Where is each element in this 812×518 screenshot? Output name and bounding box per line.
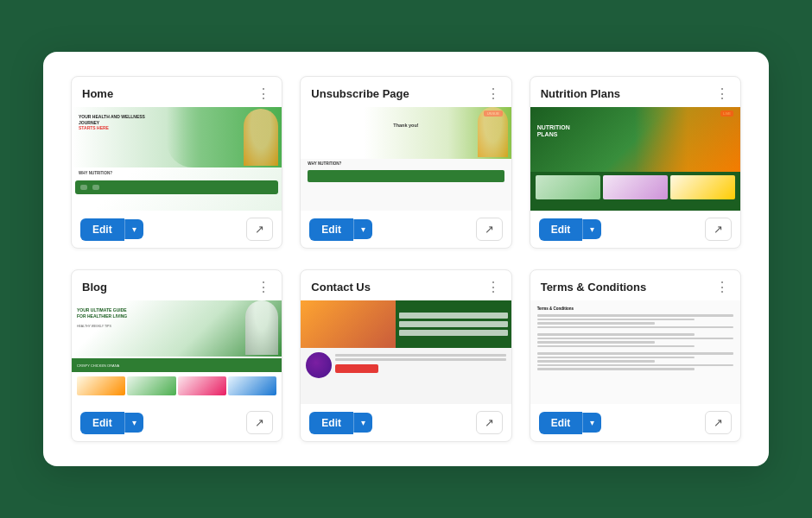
edit-dropdown-contact[interactable] — [353, 413, 372, 433]
more-menu-unsubscribe[interactable]: ⋮ — [486, 85, 501, 102]
home-footer-bar — [75, 180, 278, 194]
page-card-footer-blog: Edit — [72, 404, 282, 441]
external-link-icon-home — [255, 223, 264, 236]
edit-dropdown-nutrition[interactable] — [582, 219, 601, 239]
page-card-header-unsubscribe: Unsubscribe Page ⋮ — [301, 77, 511, 107]
page-card-home: Home ⋮ YOUR HEALTH AND WELLNESSJOURNEYST… — [71, 76, 282, 249]
home-sub-section: WHY NUTRITION? — [72, 167, 282, 179]
external-link-blog[interactable] — [246, 411, 273, 434]
more-menu-blog[interactable]: ⋮ — [257, 279, 271, 295]
page-title-home: Home — [82, 87, 113, 100]
edit-btn-group-home: Edit — [80, 218, 143, 241]
external-link-contact[interactable] — [476, 411, 503, 434]
thumbnail-unsubscribe: UNSUB Thank you! WHY NUTRITION? — [301, 107, 511, 211]
edit-button-home[interactable]: Edit — [80, 218, 124, 241]
external-link-icon-unsubscribe — [485, 223, 494, 236]
page-title-terms: Terms & Conditions — [541, 281, 647, 294]
edit-button-nutrition[interactable]: Edit — [539, 218, 583, 241]
page-card-header-contact: Contact Us ⋮ — [301, 270, 511, 300]
external-link-home[interactable] — [246, 218, 273, 241]
nutrition-grid — [530, 172, 740, 203]
contact-hero — [301, 300, 511, 348]
blog-author-img — [245, 300, 278, 355]
edit-dropdown-terms[interactable] — [582, 413, 601, 433]
home-footer-dot-1 — [80, 185, 87, 190]
terms-line-1 — [537, 314, 733, 317]
edit-btn-group-unsubscribe: Edit — [309, 218, 372, 241]
edit-btn-group-nutrition: Edit — [539, 218, 602, 241]
contact-berry-img — [306, 352, 332, 378]
edit-button-terms[interactable]: Edit — [539, 412, 583, 434]
external-link-icon-blog — [255, 416, 264, 429]
terms-line-8 — [537, 345, 695, 348]
contact-lower-section — [301, 348, 511, 382]
external-link-icon-nutrition — [714, 223, 723, 236]
edit-dropdown-unsubscribe[interactable] — [353, 219, 372, 239]
nutrition-card-3 — [670, 175, 735, 199]
more-menu-nutrition[interactable]: ⋮ — [715, 85, 730, 102]
terms-line-6 — [537, 338, 733, 340]
home-hero-person — [244, 109, 278, 166]
external-link-nutrition[interactable] — [705, 218, 732, 241]
contact-text-line-2 — [335, 358, 505, 361]
blog-img-4 — [228, 376, 276, 395]
page-title-blog: Blog — [82, 281, 107, 294]
edit-button-blog[interactable]: Edit — [80, 412, 124, 434]
nutrition-hero-img — [635, 107, 740, 172]
blog-hero: YOUR ULTIMATE GUIDEFOR HEALTHIER LIVING … — [72, 300, 282, 357]
nutrition-title: NUTRITIONPLANS — [537, 124, 570, 139]
chevron-down-icon-nutrition — [590, 224, 594, 234]
page-card-header-terms: Terms & Conditions ⋮ — [530, 270, 740, 300]
blog-img-3 — [178, 376, 226, 395]
thumbnail-blog: YOUR ULTIMATE GUIDEFOR HEALTHIER LIVING … — [72, 300, 282, 404]
edit-button-contact[interactable]: Edit — [309, 412, 353, 434]
contact-input-1 — [399, 313, 508, 319]
page-title-contact: Contact Us — [311, 281, 371, 294]
thumbnail-terms: Terms & Conditions — [530, 300, 740, 404]
blog-img-1 — [77, 376, 125, 395]
terms-line-2 — [537, 319, 695, 321]
unsub-person — [478, 107, 508, 157]
terms-line-3 — [537, 322, 655, 325]
terms-line-4 — [537, 326, 733, 329]
unsub-thankyou: Thank you! — [393, 123, 418, 128]
more-menu-terms[interactable]: ⋮ — [715, 279, 730, 295]
terms-line-9 — [537, 352, 733, 355]
page-card-footer-home: Edit — [72, 211, 282, 248]
thumbnail-nutrition: LIVE NUTRITIONPLANS — [530, 107, 740, 211]
blog-hero-sub: HEALTHY WEEKLY TIPS — [77, 325, 111, 328]
nutrition-card-1 — [536, 175, 600, 199]
contact-hero-img — [301, 300, 395, 348]
unsub-why: WHY NUTRITION? — [301, 159, 511, 168]
page-title-nutrition: Nutrition Plans — [541, 87, 620, 100]
more-menu-home[interactable]: ⋮ — [257, 85, 271, 102]
more-menu-contact[interactable]: ⋮ — [486, 279, 501, 295]
main-card: Home ⋮ YOUR HEALTH AND WELLNESSJOURNEYST… — [43, 52, 769, 466]
terms-section-3 — [537, 352, 733, 372]
contact-form-area — [396, 300, 511, 348]
edit-dropdown-blog[interactable] — [124, 413, 143, 433]
external-link-unsubscribe[interactable] — [476, 218, 503, 241]
chevron-down-icon-contact — [361, 418, 365, 427]
page-card-terms: Terms & Conditions ⋮ Terms & Conditions — [530, 269, 741, 442]
edit-dropdown-home[interactable] — [124, 219, 143, 239]
page-card-contact: Contact Us ⋮ — [300, 269, 511, 442]
external-link-icon-terms — [714, 416, 723, 429]
contact-input-2 — [399, 321, 508, 327]
page-card-footer-nutrition: Edit — [530, 211, 740, 248]
home-hero: YOUR HEALTH AND WELLNESSJOURNEYSTARTS HE… — [72, 107, 282, 167]
edit-button-unsubscribe[interactable]: Edit — [309, 218, 353, 241]
home-hero-text: YOUR HEALTH AND WELLNESSJOURNEYSTARTS HE… — [79, 114, 145, 131]
external-link-terms[interactable] — [705, 411, 732, 434]
chevron-down-icon-home — [132, 224, 136, 234]
home-footer-dot-2 — [92, 185, 99, 190]
page-card-unsubscribe: Unsubscribe Page ⋮ UNSUB Thank you! WHY … — [300, 76, 511, 249]
blog-footer-bar: CRISPY CHICKEN ORANA — [72, 358, 282, 372]
pages-grid: Home ⋮ YOUR HEALTH AND WELLNESSJOURNEYST… — [71, 76, 741, 442]
contact-input-3 — [399, 330, 508, 336]
blog-footer-text: CRISPY CHICKEN ORANA — [77, 363, 119, 368]
page-card-nutrition: Nutrition Plans ⋮ LIVE NUTRITIONPLANS Ed… — [530, 76, 741, 249]
page-card-blog: Blog ⋮ YOUR ULTIMATE GUIDEFOR HEALTHIER … — [71, 269, 282, 442]
nutrition-card-2 — [603, 175, 668, 199]
chevron-down-icon-blog — [132, 418, 136, 427]
